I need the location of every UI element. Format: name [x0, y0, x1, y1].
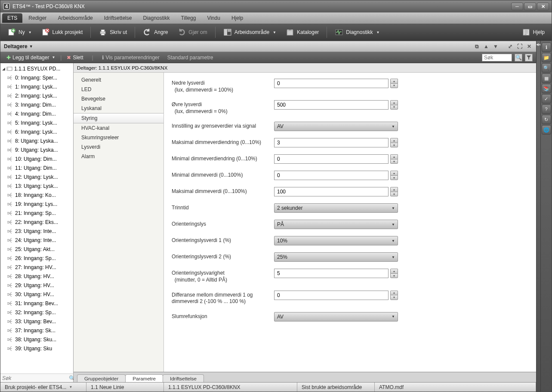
tree-item[interactable]: 31: Inngang: Bev... [0, 299, 73, 308]
panel-collapse-icon[interactable]: ▲ [483, 43, 490, 50]
select-box[interactable]: AV▼ [274, 122, 398, 131]
category-lyskanal[interactable]: Lyskanal [74, 104, 163, 113]
menu-tillegg[interactable]: Tillegg [176, 13, 201, 23]
add-participant-button[interactable]: ✚ Legg til deltager ▼ [4, 54, 58, 61]
search-input[interactable] [482, 54, 512, 61]
tree-item[interactable]: 26: Inngang: Sp... [0, 254, 73, 263]
form-panel[interactable]: Nedre lysverdi (lux, dimmeverdi = 100%)▲… [164, 73, 536, 372]
tree-item[interactable]: 4: Inngang: Dim... [0, 109, 73, 118]
step-up-button[interactable]: ▲ [390, 291, 398, 295]
tree-item[interactable]: 24: Utgang: Inte... [0, 236, 73, 245]
step-up-button[interactable]: ▲ [390, 187, 398, 192]
print-button[interactable]: Skriv ut [95, 27, 130, 38]
tree-root[interactable]: ◢1.1.1 ESYLUX PD... [0, 64, 73, 73]
step-down-button[interactable]: ▼ [390, 295, 398, 300]
menu-ets[interactable]: ETS [2, 13, 22, 23]
rightbar-search-icon[interactable]: 🔍 [542, 63, 551, 73]
tree-item[interactable]: 10: Utgang: Dim... [0, 154, 73, 163]
tree-item[interactable]: 6: Inngang: Lysk... [0, 127, 73, 136]
tree-item[interactable]: 29: Utgang: HV... [0, 281, 73, 290]
panel-maximize-icon[interactable]: ⛶ [516, 43, 523, 50]
rightbar-globe-icon[interactable]: 🌐 [542, 125, 551, 135]
rightbar-help-icon[interactable]: ? [542, 104, 551, 114]
step-down-button[interactable]: ▼ [390, 175, 398, 181]
number-field[interactable] [274, 79, 389, 88]
rightbar-panels-icon[interactable]: ▦ [542, 74, 551, 83]
tree-item[interactable]: 5: Inngang: Lysk... [0, 118, 73, 127]
number-field[interactable] [274, 187, 389, 196]
maximize-button[interactable]: ▭ [524, 3, 536, 10]
rightbar-catalog-icon[interactable]: 📚 [542, 84, 551, 93]
tree-item[interactable]: 12: Utgang: Lysk... [0, 172, 73, 181]
undo-button[interactable]: Angre [139, 27, 171, 38]
redo-button[interactable]: Gjør om [174, 27, 210, 38]
tree-item[interactable]: 33: Utgang: Bev... [0, 317, 73, 326]
tree-item[interactable]: 25: Utgang: Akt... [0, 245, 73, 254]
close-project-button[interactable]: Lukk prosjekt [38, 27, 86, 38]
category-generelt[interactable]: Generelt [74, 75, 163, 85]
filter-icon[interactable] [525, 54, 533, 61]
workspace-button[interactable]: Arbeidsområde ▼ [220, 27, 280, 38]
new-button[interactable]: Ny ▼ [4, 27, 35, 38]
select-box[interactable]: 25%▼ [274, 252, 398, 262]
number-field[interactable] [274, 154, 389, 164]
bottom-tab-parametre[interactable]: Parametre [125, 374, 163, 382]
help-button[interactable]: Hjelp [518, 27, 548, 38]
dropdown-icon[interactable]: ▼ [29, 44, 33, 49]
tree-item[interactable]: 13: Utgang: Lysk... [0, 181, 73, 190]
step-down-button[interactable]: ▼ [390, 192, 398, 197]
step-down-button[interactable]: ▼ [390, 273, 398, 279]
category-lysverdi[interactable]: Lysverdi [74, 142, 163, 152]
select-box[interactable]: PÅ▼ [274, 220, 398, 229]
tree-item[interactable]: 1: Inngang: Lysk... [0, 82, 73, 91]
search-icon[interactable]: 🔍 [515, 54, 522, 61]
tree-scroll[interactable]: ◢1.1.1 ESYLUX PD...0: Inngang: Sper...1:… [0, 63, 73, 374]
category-styring[interactable]: Styring [74, 113, 163, 123]
delete-button[interactable]: ✖ Slett [64, 54, 86, 61]
bottom-tab-idriftsettelse[interactable]: Idriftsettelse [163, 374, 204, 382]
tree-item[interactable]: 39: Utgang: Sku [0, 344, 73, 353]
tree-item[interactable]: 32: Inngang: Sp... [0, 308, 73, 317]
panel-expand-icon[interactable]: ▼ [492, 43, 499, 50]
category-led[interactable]: LED [74, 85, 163, 94]
number-field[interactable] [274, 269, 389, 278]
tree-item[interactable]: 18: Inngang: Ko... [0, 190, 73, 199]
right-panel-expand[interactable]: ◀◀ [536, 41, 540, 392]
tree-item[interactable]: 11: Utgang: Dim... [0, 163, 73, 172]
category-alarm[interactable]: Alarm [74, 152, 163, 161]
number-field[interactable] [274, 171, 389, 180]
select-box[interactable]: 10%▼ [274, 236, 398, 245]
tree-item[interactable]: 19: Inngang: Lys... [0, 199, 73, 208]
tree-item[interactable]: 21: Inngang: Sp... [0, 208, 73, 217]
step-down-button[interactable]: ▼ [390, 83, 398, 89]
tree-item[interactable]: 23: Utgang: Inte... [0, 227, 73, 236]
minimize-button[interactable]: ─ [511, 3, 523, 10]
category-hvac-kanal[interactable]: HVAC-kanal [74, 123, 163, 133]
menu-hjelp[interactable]: Hjelp [226, 13, 248, 23]
step-up-button[interactable]: ▲ [390, 79, 398, 83]
category-skumringsreleer[interactable]: Skumringsreleer [74, 133, 163, 142]
rightbar-folder-icon[interactable]: 📁 [542, 53, 551, 62]
category-bevegelse[interactable]: Bevegelse [74, 94, 163, 104]
tree-item[interactable]: 9: Utgang: Lyska... [0, 145, 73, 154]
step-up-button[interactable]: ▲ [390, 269, 398, 273]
rightbar-check-icon[interactable]: ✓ [542, 94, 551, 104]
number-field[interactable] [274, 138, 389, 147]
rightbar-info-icon[interactable]: ℹ [542, 43, 551, 52]
tree-item[interactable]: 8: Utgang: Lyska... [0, 136, 73, 145]
close-button[interactable]: ✕ [537, 3, 549, 10]
tree-item[interactable]: 37: Inngang: Sk... [0, 326, 73, 335]
step-up-button[interactable]: ▲ [390, 171, 398, 175]
tree-item[interactable]: 0: Inngang: Sper... [0, 73, 73, 82]
tree-item[interactable]: 2: Inngang: Lysk... [0, 91, 73, 100]
step-down-button[interactable]: ▼ [390, 105, 398, 110]
step-down-button[interactable]: ▼ [390, 143, 398, 148]
menu-vindu[interactable]: Vindu [202, 13, 225, 23]
bottom-tab-gruppeobjekter[interactable]: Gruppeobjekter [77, 374, 126, 382]
menu-diagnostikk[interactable]: Diagnostikk [138, 13, 175, 23]
panel-close-icon[interactable]: ✕ [526, 43, 533, 50]
tree-item[interactable]: 27: Inngang: HV... [0, 263, 73, 272]
tree-item[interactable]: 28: Utgang: HV... [0, 272, 73, 281]
menu-idriftsettelse[interactable]: Idriftsettelse [99, 13, 137, 23]
number-field[interactable] [274, 291, 389, 300]
